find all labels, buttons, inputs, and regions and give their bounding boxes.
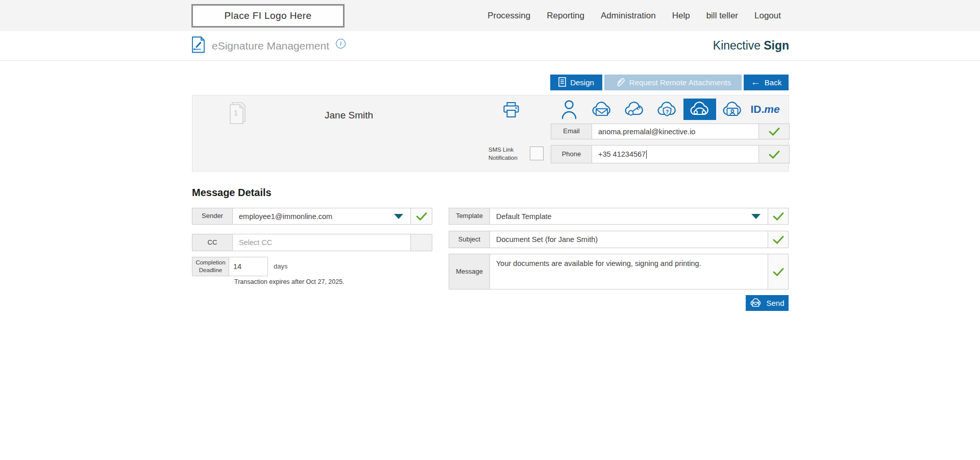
- template-value: Default Template: [496, 212, 552, 221]
- cc-field-row: CC: [192, 234, 432, 251]
- design-button-label: Design: [570, 78, 594, 87]
- cloud-id-card-icon[interactable]: [716, 99, 749, 120]
- green-check-icon: [769, 127, 780, 136]
- subject-input[interactable]: [496, 235, 762, 244]
- brand-regular: Kinective: [713, 39, 761, 53]
- action-button-row: Design Request Remote Attachments ← Back: [550, 75, 789, 90]
- send-button[interactable]: Send: [746, 295, 789, 311]
- cc-trailing-cell: [410, 234, 432, 251]
- days-unit-label: days: [274, 262, 287, 270]
- message-label: Message: [449, 254, 490, 289]
- message-field-row: Message Your documents are available for…: [449, 254, 789, 289]
- sender-field-row: Sender employee1@immonline.com: [192, 208, 432, 225]
- template-label: Template: [449, 208, 490, 224]
- kinective-sign-brand: Kinective Sign: [713, 31, 789, 60]
- send-button-label: Send: [766, 299, 784, 307]
- template-field-row: Template Default Template: [449, 208, 789, 225]
- email-label: Email: [551, 124, 592, 139]
- green-check-icon: [416, 212, 427, 221]
- sender-dropdown[interactable]: employee1@immonline.com: [233, 208, 410, 224]
- cloud-email-icon[interactable]: [585, 99, 618, 120]
- message-valid-indicator: [768, 254, 788, 289]
- green-check-icon: [769, 150, 780, 159]
- template-valid-indicator: [768, 208, 788, 224]
- sender-valid-indicator: [410, 208, 432, 224]
- recipient-name: Jane Smith: [325, 110, 373, 121]
- phone-value: +35 41234567: [598, 150, 646, 158]
- document-pages-icon: 1: [227, 101, 248, 127]
- email-input[interactable]: [598, 128, 752, 136]
- green-check-icon: [773, 212, 784, 221]
- subject-label: Subject: [449, 231, 490, 248]
- chevron-down-icon: [394, 214, 403, 219]
- green-check-icon: [773, 268, 784, 276]
- template-dropdown[interactable]: Default Template: [490, 208, 768, 224]
- cloud-phone-icon[interactable]: [683, 99, 716, 120]
- sender-value: employee1@immonline.com: [239, 212, 332, 221]
- esignature-management-page: Place FI Logo Here Processing Reporting …: [0, 0, 980, 460]
- top-navigation: Processing Reporting Administration Help…: [487, 0, 781, 31]
- cc-input[interactable]: [239, 238, 404, 247]
- svg-text:?: ?: [666, 109, 669, 115]
- idme-italic-text: me: [764, 103, 779, 115]
- back-button[interactable]: ← Back: [744, 75, 789, 90]
- send-cloud-envelope-icon: [750, 298, 762, 309]
- sms-link-notification-checkbox[interactable]: [530, 147, 544, 160]
- idme-bold-text: ID.: [750, 103, 764, 115]
- nav-user-bill-teller[interactable]: bill teller: [706, 11, 738, 21]
- nav-reporting[interactable]: Reporting: [547, 11, 584, 21]
- printer-icon[interactable]: [502, 101, 521, 121]
- nav-help[interactable]: Help: [672, 11, 690, 21]
- paperclip-icon: [615, 77, 625, 88]
- back-arrow-icon: ←: [751, 77, 761, 87]
- email-field-row: Email: [551, 124, 790, 139]
- request-remote-attachments-button[interactable]: Request Remote Attachments: [604, 75, 742, 90]
- email-valid-indicator: [758, 124, 789, 139]
- design-button[interactable]: Design: [550, 75, 602, 90]
- sms-link-notification-label: SMS Link Notification: [488, 146, 522, 162]
- completion-deadline-row: Completion Deadline: [192, 257, 268, 276]
- nav-logout[interactable]: Logout: [754, 11, 781, 21]
- chevron-down-icon: [751, 214, 761, 219]
- recipient-card: 1 Jane Smith: [192, 95, 789, 172]
- cloud-security-question-icon[interactable]: ?: [651, 99, 683, 120]
- request-remote-attachments-label: Request Remote Attachments: [629, 78, 731, 87]
- page-header: eSignature Management i Kinective Sign: [0, 31, 980, 61]
- completion-deadline-label: Completion Deadline: [192, 257, 229, 276]
- design-document-icon: [558, 77, 566, 88]
- info-icon[interactable]: i: [336, 39, 346, 49]
- cloud-key-icon[interactable]: [618, 99, 651, 120]
- page-title: eSignature Management: [212, 40, 329, 52]
- completion-deadline-input[interactable]: [229, 262, 267, 271]
- message-details-heading: Message Details: [192, 187, 272, 199]
- idme-logo[interactable]: ID.me: [749, 99, 781, 120]
- cc-label: CC: [192, 234, 233, 251]
- brand-bold: Sign: [764, 39, 789, 53]
- text-caret: [646, 150, 647, 159]
- svg-text:1: 1: [234, 108, 238, 117]
- nav-administration[interactable]: Administration: [601, 11, 656, 21]
- subject-field-row: Subject: [449, 231, 789, 248]
- phone-field-row: Phone +35 41234567: [551, 145, 790, 163]
- nav-processing[interactable]: Processing: [487, 11, 530, 21]
- sender-label: Sender: [192, 208, 233, 224]
- top-bar: Place FI Logo Here Processing Reporting …: [0, 0, 980, 31]
- authentication-method-row: ? ID.m: [553, 99, 781, 120]
- phone-label: Phone: [551, 146, 592, 163]
- back-button-label: Back: [765, 78, 781, 87]
- expiration-note: Transaction expires after Oct 27, 2025.: [234, 278, 345, 285]
- green-check-icon: [773, 235, 784, 244]
- message-textarea[interactable]: Your documents are available for viewing…: [490, 254, 768, 289]
- person-icon[interactable]: [553, 99, 585, 120]
- phone-input[interactable]: +35 41234567: [592, 146, 758, 163]
- subject-valid-indicator: [768, 231, 788, 248]
- esignature-document-icon: [191, 36, 205, 55]
- phone-valid-indicator: [758, 146, 789, 163]
- fi-logo-placeholder: Place FI Logo Here: [191, 4, 345, 28]
- fi-logo-text: Place FI Logo Here: [225, 10, 312, 21]
